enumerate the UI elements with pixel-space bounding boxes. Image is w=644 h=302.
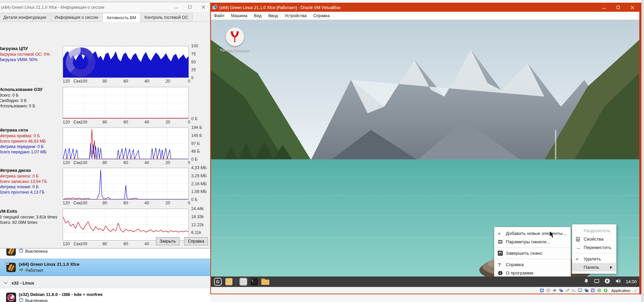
submenu-item-panel[interactable]: Панель	[572, 263, 616, 271]
menu-item-label: Завершить сеанс	[506, 251, 542, 256]
optical-disc-status-icon[interactable]	[546, 288, 551, 293]
mouse-integration-status-icon[interactable]	[597, 288, 602, 293]
terminal-icon[interactable]: $_	[250, 278, 258, 286]
panel-preferences-icon	[498, 239, 506, 244]
y-tick: 0	[191, 76, 194, 80]
vm-status: Выключена	[25, 298, 48, 302]
menu-file[interactable]: Файл	[214, 13, 224, 18]
tab-session-information[interactable]: Информация о сессии	[50, 13, 103, 21]
session-window-titlebar[interactable]: (x64) Green Linux 21.1.0 Xfce - Информац…	[0, 2, 210, 12]
y-tick: 100	[191, 44, 198, 48]
close-button[interactable]	[625, 3, 639, 12]
virtualbox-icon	[212, 5, 217, 10]
x-tick: 120	[63, 120, 70, 124]
remove-icon: −	[576, 256, 584, 262]
menu-item-label: О программе	[506, 270, 534, 275]
vm-window-titlebar[interactable]: (x64) Green Linux 21.1.0 Xfce [Работает]…	[211, 3, 639, 12]
power-manager-icon[interactable]	[604, 278, 610, 286]
harddisk-status-icon[interactable]	[540, 288, 544, 293]
minimize-button[interactable]	[170, 2, 183, 12]
resize-grip[interactable]	[633, 289, 637, 292]
guest-desktop[interactable]: Yandex Browser + Добавить новые элементы…	[211, 20, 639, 276]
update-status-icon[interactable]	[603, 288, 608, 293]
display-status-icon[interactable]	[578, 288, 583, 293]
y-tick: 1,08 МБ	[191, 189, 207, 194]
x-tick: 60	[123, 79, 128, 84]
y-tick: 0 Б	[191, 116, 198, 121]
usb-status-icon[interactable]	[565, 288, 570, 293]
minimize-button[interactable]	[597, 3, 611, 12]
x-axis-unit: Сек	[73, 242, 80, 246]
show-desktop-icon[interactable]	[225, 278, 233, 286]
tab-guest-os-control[interactable]: Контроль гостевой ОС	[140, 13, 193, 21]
x-tick: 120	[63, 79, 70, 84]
network-status-icon[interactable]	[559, 288, 564, 293]
vm-group-x32-linux[interactable]: x32 - Linux	[0, 278, 210, 288]
vm-list-item-debian[interactable]: (x32) Debian 11.6.0 - i386 - kde + nonfr…	[0, 289, 210, 302]
display-settings-icon[interactable]	[594, 278, 600, 286]
help-button[interactable]: Справка	[184, 237, 208, 245]
metric-section: Метрика дискаМетрика записи: 0 БВсего за…	[0, 168, 62, 195]
chart-cpu-load: 1007550250120100806040200Сек	[63, 46, 189, 78]
menu-machine[interactable]: Машина	[231, 13, 247, 18]
vm-list-item-partial[interactable]: Выключена	[0, 248, 210, 258]
menu-input[interactable]: Ввод	[268, 13, 278, 18]
menu-separator	[495, 259, 570, 259]
menu-item-label: Свойства	[584, 237, 603, 242]
tab-vm-activity[interactable]: Активность ВМ	[102, 13, 141, 22]
y-tick: 12.22k	[191, 222, 204, 227]
chart-disk-rate: 4,33 МБ3,25 МБ2,16 МБ1,08 МБ0 Б120100806…	[63, 168, 189, 200]
xfce-panel[interactable]: G $_ 14:00	[211, 276, 639, 287]
menu-item-label: Переместить	[584, 245, 611, 250]
app-grid-icon[interactable]	[239, 278, 247, 286]
menu-item-log-out[interactable]: Завершить сеанс	[494, 249, 571, 257]
close-dialog-button[interactable]: Закрыть	[156, 237, 179, 245]
session-tabs: Детали конфигурации Информация о сессии …	[0, 12, 210, 22]
metric-line: Свободно: 0 Б	[0, 98, 62, 103]
metric-line: Метрика чтения: 0 Б	[0, 184, 62, 190]
submenu-item-remove[interactable]: − Удалить	[572, 255, 616, 263]
x-tick: 60	[123, 160, 128, 165]
about-icon	[498, 270, 506, 275]
metric-heading: VM Exits	[0, 209, 62, 214]
maximize-button[interactable]	[611, 3, 625, 12]
features-status-icon[interactable]	[591, 288, 595, 293]
volume-icon[interactable]	[615, 278, 621, 286]
menu-item-panel-preferences[interactable]: Параметры панели...	[494, 238, 571, 246]
recording-status-icon[interactable]	[584, 288, 589, 293]
y-tick: 4,33 МБ	[191, 165, 207, 170]
audio-status-icon[interactable]	[552, 288, 557, 293]
notifications-bell-icon[interactable]	[583, 278, 589, 286]
maximize-button[interactable]	[183, 2, 197, 12]
menu-view[interactable]: Вид	[254, 13, 262, 18]
clock[interactable]: 14:00	[626, 279, 637, 284]
submenu-item-move[interactable]: → Переместить	[572, 243, 616, 252]
x-axis: 120100806040200Сек	[63, 201, 189, 207]
menu-item-help[interactable]: ? Справка	[494, 260, 571, 269]
x-tick: 0	[188, 201, 190, 205]
x-axis: 120100806040200Сек	[63, 120, 189, 127]
applications-menu-icon[interactable]: G	[214, 278, 222, 286]
file-manager-icon[interactable]	[261, 278, 269, 286]
close-button[interactable]	[197, 2, 210, 12]
chart-ram-usage: 0 Б120100806040200Сек	[63, 87, 189, 119]
menu-item-add-new-items[interactable]: + Добавить новые элементы...	[494, 229, 571, 238]
x-tick: 80	[102, 79, 107, 84]
metric-line: Метрика передачи: 0 Б	[0, 144, 62, 149]
vm-name: (x32) Debian 11.6.0 - i386 - kde + nonfr…	[19, 292, 103, 297]
menu-item-about[interactable]: О программе	[494, 269, 571, 276]
submenu-item-properties[interactable]: Свойства	[572, 235, 616, 243]
menu-help[interactable]: Справка	[313, 13, 330, 18]
vm-list-item-selected[interactable]: 64 (x64) Green Linux 21.1.0 Xfce Работае…	[0, 259, 210, 276]
logout-icon	[498, 251, 506, 256]
tab-configuration-details[interactable]: Детали конфигурации	[0, 13, 51, 21]
y-tick: 25	[191, 67, 196, 72]
desktop-icon-yandex-browser[interactable]: Yandex Browser	[214, 28, 256, 53]
chart-plot	[63, 46, 189, 78]
host-edge-scrollbar[interactable]	[641, 0, 644, 302]
y-tick: 0 Б	[191, 157, 198, 162]
session-info-window: (x64) Green Linux 21.1.0 Xfce - Информац…	[0, 2, 210, 248]
x-tick: 60	[123, 120, 128, 124]
menu-devices[interactable]: Устройства	[285, 13, 307, 18]
shared-folders-status-icon[interactable]	[572, 288, 576, 293]
